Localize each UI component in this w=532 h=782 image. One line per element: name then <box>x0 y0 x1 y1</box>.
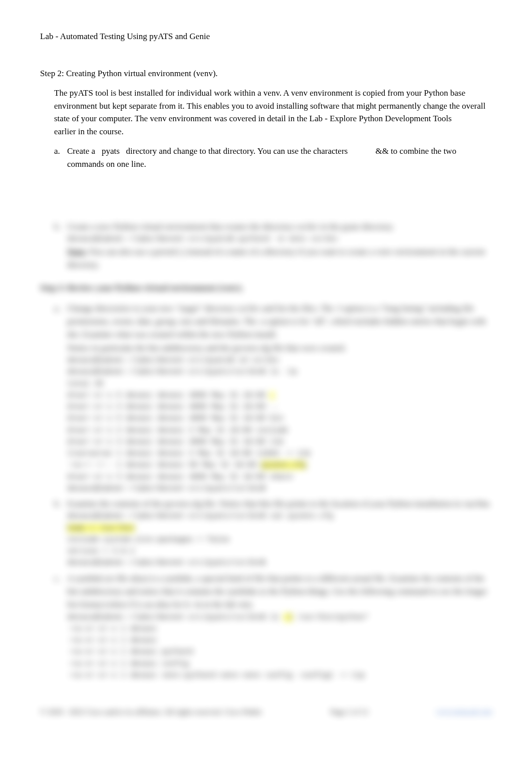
list-marker: c. <box>54 572 67 682</box>
text-fragment: Change directories to your new "target" … <box>67 302 492 342</box>
list-body: Examine the contents of the pyvenv.cfg f… <box>67 497 492 569</box>
footer-link: www.netacad.com <box>436 706 492 718</box>
code-line: drwxr-xr-x 5 devasc devasc 4096 May 31 1… <box>67 413 492 424</box>
code-line: -rw-xr-xr-x 1 devasc <box>67 623 492 635</box>
code-line: drwxr-xr-x 3 devasc devasc 4096 May 31 1… <box>67 471 492 483</box>
code-line: -rw-xr-xr-x 1 devasc venv-python3-venv-v… <box>67 670 492 681</box>
list-marker: a. <box>54 145 67 170</box>
text-fragment <box>350 146 373 156</box>
code-line: drwxr-xr-x 5 devasc devasc 4096 May 31 1… <box>67 390 492 401</box>
text-fragment: -rw-r--r-- 1 devasc devasc 69 May 31 18:… <box>67 461 256 469</box>
list-item-c: c. A symlink (or file alias) is a symlin… <box>54 572 492 682</box>
code-line: -rw-r--r-- 1 devasc devasc 69 May 31 18:… <box>67 459 492 471</box>
footer-left: © 2020 - 2022 Cisco and/or its affiliate… <box>40 706 262 718</box>
highlight: pyvenv.cfg <box>261 461 306 469</box>
highlight: -l <box>284 613 293 622</box>
code-line: include-system-site-packages = false <box>67 534 492 546</box>
text-fragment: Create a new Python virtual environment … <box>67 220 492 233</box>
code-line: drwxr-xr-x 3 devasc devasc 4096 May 31 1… <box>67 401 492 413</box>
note-label: Note: <box>67 247 87 256</box>
text-fragment: directory and change to that directory. … <box>126 146 348 156</box>
code-line: -rw-xr-xr-x 1 devasc python3 <box>67 646 492 658</box>
list-marker: b. <box>54 497 67 569</box>
code-line: -rw-xr-xr-x 1 devasc <box>67 635 492 646</box>
code-line: devasc@labvm:~/labs/devnet-src/pyats/csr… <box>67 366 492 378</box>
highlight: . <box>270 391 275 400</box>
code-line: total 20 <box>67 378 492 390</box>
list-body: Change directories to your new "target" … <box>67 302 492 494</box>
text-fragment: devasc@labvm:~/labs/devnet-src/pyats/csr… <box>67 613 279 622</box>
highlight: home = /usr/bin <box>67 524 135 533</box>
list-item-a: a. Create a pyats directory and change t… <box>54 145 492 170</box>
page-footer: © 2020 - 2022 Cisco and/or its affiliate… <box>40 706 492 718</box>
step-intro: The pyATS tool is best installed for ind… <box>54 87 492 138</box>
step-heading: Step 2: Creating Python virtual environm… <box>40 67 492 80</box>
code-line: devasc@labvm:~/labs/devnet-src/pyats/csr… <box>67 510 492 522</box>
list-body: Create a pyats directory and change to t… <box>67 145 492 170</box>
code-line: -rw-xr-xr-x 1 devasc config <box>67 658 492 670</box>
list-body: A symlink (or file alias) is a symlink, … <box>67 572 492 682</box>
code-line: home = /usr/bin <box>67 523 492 534</box>
list-body: Create a new Python virtual environment … <box>67 220 492 272</box>
doc-title: Lab - Automated Testing Using pyATS and … <box>40 30 492 43</box>
text-fragment: /usr/bin/python* <box>297 613 369 622</box>
note: Note: You can also use a period (.) inst… <box>67 245 492 272</box>
code-line: devasc@labvm:~/labs/devnet-src/pyats/csr… <box>67 483 492 494</box>
code-line: devasc@labvm:~/labs/devnet-src/pyats/csr… <box>67 557 492 569</box>
text-fragment: Create a <box>67 146 95 156</box>
text-fragment: bin <box>270 414 284 423</box>
list-marker: b. <box>54 220 67 272</box>
blurred-content: b. Create a new Python virtual environme… <box>40 220 492 718</box>
code-fragment: pyats <box>102 146 120 156</box>
text-fragment: drwxr-xr-x 5 devasc devasc 4096 May 31 1… <box>67 391 265 400</box>
code-line: version = 3.8.2 <box>67 546 492 557</box>
code-line: lrwxrwxrwx 1 devasc devasc 3 May 31 18:0… <box>67 448 492 459</box>
list-item-b: b. Create a new Python virtual environme… <box>54 220 492 272</box>
list-item-b2: b. Examine the contents of the pyvenv.cf… <box>54 497 492 569</box>
code-fragment <box>97 146 102 156</box>
footer-center: Page 2 of 12 <box>331 706 368 718</box>
text-fragment: Examine the contents of the pyvenv.cfg f… <box>67 497 492 510</box>
code-fragment <box>120 146 124 156</box>
list-marker: a. <box>54 302 67 494</box>
step-heading: Step 3: Review your Python virtual envir… <box>40 282 492 295</box>
code-line: devasc@labvm:~/labs/devnet-src/pyats$ py… <box>67 233 492 245</box>
code-line: devasc@labvm:~/labs/devnet-src/pyats/csr… <box>67 612 492 623</box>
list-item-a: a. Change directories to your new "targe… <box>54 302 492 494</box>
code-line: devasc@labvm:~/labs/devnet-src/pyats$ cd… <box>67 355 492 366</box>
text-fragment: Notice in particular the bin subdirector… <box>67 342 492 355</box>
text-fragment: A symlink (or file alias) is a symlink, … <box>67 572 492 612</box>
note-text: You can also use a period (.) instead of… <box>67 247 485 270</box>
code-line: drwxr-xr-x 2 devasc devasc 3 May 31 18:0… <box>67 425 492 436</box>
code-line: drwxr-xr-x 3 devasc devasc 4096 May 31 1… <box>67 436 492 448</box>
text-fragment: drwxr-xr-x 5 devasc devasc 4096 May 31 1… <box>67 414 265 423</box>
